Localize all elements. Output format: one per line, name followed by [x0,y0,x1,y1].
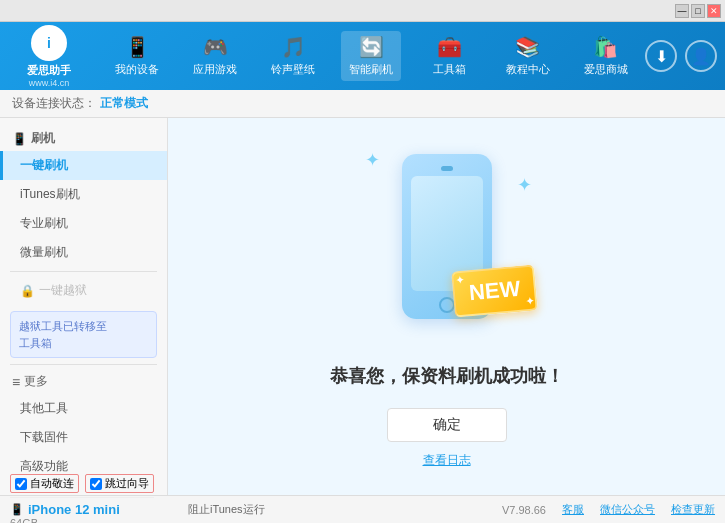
nav-toolbox[interactable]: 🧰 工具箱 [420,31,480,81]
illustration: ✦ ✦ NEW [347,144,547,344]
sidebar-divider1 [10,271,157,272]
close-button[interactable]: ✕ [707,4,721,18]
bottom-left: 自动敬连 跳过向导 📱 iPhone 12 mini 64GB Down-12m… [10,474,178,523]
toolbox-icon: 🧰 [437,35,462,59]
sidebar-item-download-fw[interactable]: 下载固件 [0,423,167,452]
sparkle-left: ✦ [365,149,380,171]
status-bar: 设备连接状态： 正常模式 [0,90,725,118]
header-right: ⬇ 👤 [645,40,717,72]
success-message: 恭喜您，保资料刷机成功啦！ [330,364,564,388]
logo-area: i 爱思助手 www.i4.cn [8,25,98,88]
phone-icon: 📱 [10,503,24,516]
device-info-section: 📱 iPhone 12 mini 64GB Down-12mini-13,1 [10,497,154,523]
phone-speaker [441,166,453,171]
sidebar-info-box: 越狱工具已转移至 工具箱 [10,311,157,358]
device-storage: 64GB [10,517,154,523]
content-area: ✦ ✦ NEW 恭喜您，保资料刷机成功啦！ 确定 查看日志 [168,118,725,495]
nav-tutorials[interactable]: 📚 教程中心 [498,31,558,81]
nav-ringtones[interactable]: 🎵 铃声壁纸 [263,31,323,81]
nav-aisi-mall[interactable]: 🛍️ 爱思商城 [576,31,636,81]
itunes-status: 阻止iTunes运行 [188,502,265,517]
sidebar-item-other-tools[interactable]: 其他工具 [0,394,167,423]
window-controls: — □ ✕ [675,4,721,18]
sidebar-item-jailbreak: 🔒 一键越狱 [0,276,167,305]
sidebar-group-flash: 📱 刷机 [0,126,167,151]
version-text: V7.98.66 [502,504,546,516]
new-badge: NEW [451,264,538,317]
status-label: 设备连接状态： [12,95,96,112]
device-name: iPhone 12 mini [28,502,120,517]
tutorials-icon: 📚 [515,35,540,59]
flash-group-icon: 📱 [12,132,27,146]
bottom-right: V7.98.66 客服 微信公众号 检查更新 [502,502,715,517]
mall-icon: 🛍️ [593,35,618,59]
nav-smart-flash[interactable]: 🔄 智能刷机 [341,31,401,81]
app-name: 爱思助手 [27,63,71,78]
bottom-bar: 自动敬连 跳过向导 📱 iPhone 12 mini 64GB Down-12m… [0,495,725,523]
skip-wizard-input[interactable] [90,478,102,490]
bottom-center: 阻止iTunes运行 [188,502,492,517]
view-log-link[interactable]: 查看日志 [423,452,471,469]
wechat-official-link[interactable]: 微信公众号 [600,502,655,517]
ringtones-icon: 🎵 [281,35,306,59]
user-button[interactable]: 👤 [685,40,717,72]
more-group-icon: ≡ [12,374,20,390]
status-value: 正常模式 [100,95,148,112]
nav-my-device[interactable]: 📱 我的设备 [107,31,167,81]
nav-app-games[interactable]: 🎮 应用游戏 [185,31,245,81]
app-games-icon: 🎮 [203,35,228,59]
customer-service-link[interactable]: 客服 [562,502,584,517]
sidebar-item-itunes[interactable]: iTunes刷机 [0,180,167,209]
check-update-link[interactable]: 检查更新 [671,502,715,517]
lock-icon: 🔒 [20,284,35,298]
sidebar-item-micro-flash[interactable]: 微量刷机 [0,238,167,267]
sidebar: 📱 刷机 一键刷机 iTunes刷机 专业刷机 微量刷机 🔒 一键越狱 越狱工具… [0,118,168,495]
download-button[interactable]: ⬇ [645,40,677,72]
skip-wizard-checkbox[interactable]: 跳过向导 [85,474,154,493]
nav-bar: 📱 我的设备 🎮 应用游戏 🎵 铃声壁纸 🔄 智能刷机 🧰 工具箱 📚 教程中心… [98,31,645,81]
sidebar-item-one-click[interactable]: 一键刷机 [0,151,167,180]
maximize-button[interactable]: □ [691,4,705,18]
sidebar-item-pro-flash[interactable]: 专业刷机 [0,209,167,238]
phone-home-btn [439,297,455,313]
smart-flash-icon: 🔄 [359,35,384,59]
auto-connect-input[interactable] [15,478,27,490]
main-layout: 📱 刷机 一键刷机 iTunes刷机 专业刷机 微量刷机 🔒 一键越狱 越狱工具… [0,118,725,495]
title-bar: — □ ✕ [0,0,725,22]
device-icon: 📱 [125,35,150,59]
header: i 爱思助手 www.i4.cn 📱 我的设备 🎮 应用游戏 🎵 铃声壁纸 🔄 … [0,22,725,90]
confirm-button[interactable]: 确定 [387,408,507,442]
logo-icon: i [31,25,67,61]
auto-connect-checkbox[interactable]: 自动敬连 [10,474,79,493]
sidebar-group-more: ≡ 更多 [0,369,167,394]
sparkle-right: ✦ [517,174,532,196]
app-url: www.i4.cn [29,78,70,88]
sidebar-divider2 [10,364,157,365]
minimize-button[interactable]: — [675,4,689,18]
